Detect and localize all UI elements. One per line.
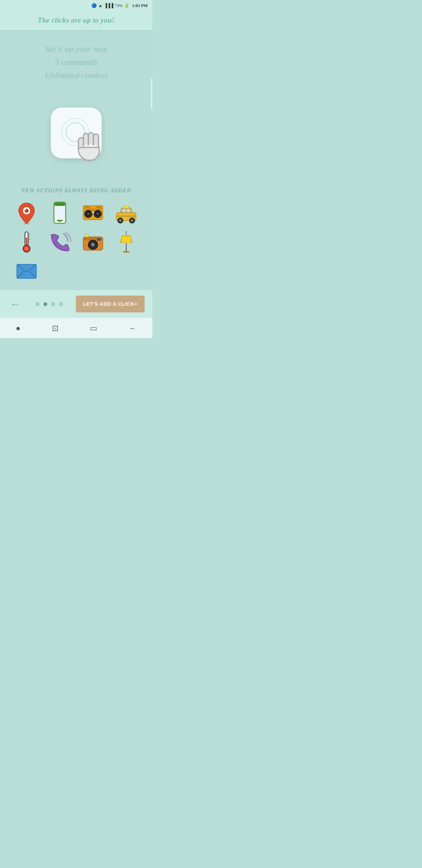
- scroll-indicator: [151, 78, 152, 109]
- svg-rect-23: [122, 209, 126, 212]
- new-actions-label: NEW ACTIONS ALWAYS BEING ADDED: [21, 188, 131, 194]
- svg-point-51: [122, 241, 130, 244]
- smartphone-icon: [48, 201, 72, 224]
- svg-rect-49: [126, 243, 127, 251]
- svg-rect-29: [124, 206, 129, 208]
- back-button[interactable]: ←: [8, 296, 23, 312]
- status-icons: 🔵 ▲ ▐▐▐ 73% 🔋: [91, 3, 130, 8]
- back-gesture-icon: ←: [129, 324, 137, 333]
- boombox-icon: [81, 201, 105, 224]
- svg-rect-47: [97, 238, 101, 241]
- tagline-block: Set it up your way 3 commands Unlimited …: [45, 42, 108, 82]
- status-time: 1:03 PM: [132, 3, 148, 8]
- svg-rect-12: [84, 206, 90, 208]
- svg-rect-50: [123, 251, 129, 253]
- taxi-icon: [114, 201, 138, 224]
- list-item: [111, 201, 141, 224]
- tagline-line-2: 3 commands: [45, 56, 108, 69]
- lamp-icon: [114, 230, 138, 253]
- list-item: [78, 230, 107, 253]
- tagline-line-3: Unlimited combos: [45, 69, 108, 82]
- header-banner: The clicks are up to you!: [0, 11, 152, 30]
- bottom-nav: ← LET'S ADD A CLICK+: [0, 290, 152, 318]
- wifi-icon: ▲: [98, 3, 103, 8]
- battery-level: 73%: [115, 3, 123, 8]
- dot-4: [59, 302, 63, 306]
- tagline-line-1: Set it up your way: [45, 42, 108, 56]
- svg-point-28: [131, 219, 133, 222]
- signal-icon: ▐▐▐: [104, 3, 113, 8]
- svg-point-16: [87, 213, 89, 215]
- list-item: [111, 230, 141, 253]
- list-item: [12, 230, 41, 253]
- svg-point-9: [59, 221, 61, 222]
- header-banner-text: The clicks are up to you!: [38, 16, 115, 24]
- svg-point-26: [119, 219, 122, 222]
- square-icon: ▭: [90, 323, 97, 333]
- svg-point-45: [91, 243, 93, 244]
- hand-pointer-icon: [68, 125, 111, 168]
- dot-3: [51, 302, 55, 306]
- svg-rect-24: [127, 209, 130, 212]
- list-item: [45, 230, 74, 253]
- dot-2: [43, 302, 47, 306]
- svg-point-53: [125, 231, 127, 233]
- button-illustration: [37, 94, 115, 172]
- camera-icon: [81, 230, 105, 253]
- svg-point-19: [97, 213, 99, 215]
- svg-rect-20: [92, 210, 94, 211]
- icons-grid: [8, 201, 145, 282]
- svg-rect-46: [85, 235, 89, 237]
- svg-rect-21: [92, 212, 94, 213]
- add-click-button[interactable]: LET'S ADD A CLICK+: [76, 296, 145, 312]
- battery-icon: 🔋: [124, 3, 130, 8]
- system-nav-bar: ● ⊡ ▭ ←: [0, 318, 152, 338]
- svg-point-3: [25, 209, 26, 210]
- home-indicator-icon: ●: [16, 324, 20, 333]
- status-bar: 🔵 ▲ ▐▐▐ 73% 🔋 1:03 PM: [0, 0, 152, 11]
- svg-point-34: [25, 247, 29, 251]
- list-item: [78, 201, 107, 224]
- recents-icon: ⊡: [52, 323, 59, 333]
- svg-rect-30: [116, 215, 136, 217]
- main-content: Set it up your way 3 commands Unlimited …: [0, 30, 152, 290]
- bluetooth-icon: 🔵: [91, 3, 97, 8]
- svg-rect-13: [96, 206, 102, 208]
- mail-icon: [15, 259, 38, 282]
- thermometer-icon: [15, 230, 38, 253]
- svg-rect-7: [55, 207, 64, 219]
- dot-1: [36, 302, 39, 306]
- location-pin-icon: [15, 201, 38, 224]
- pagination-dots: [36, 302, 63, 306]
- list-item: [12, 259, 41, 282]
- phone-call-icon: [48, 230, 72, 253]
- list-item: [45, 201, 74, 224]
- list-item: [12, 201, 41, 224]
- svg-rect-6: [55, 203, 64, 205]
